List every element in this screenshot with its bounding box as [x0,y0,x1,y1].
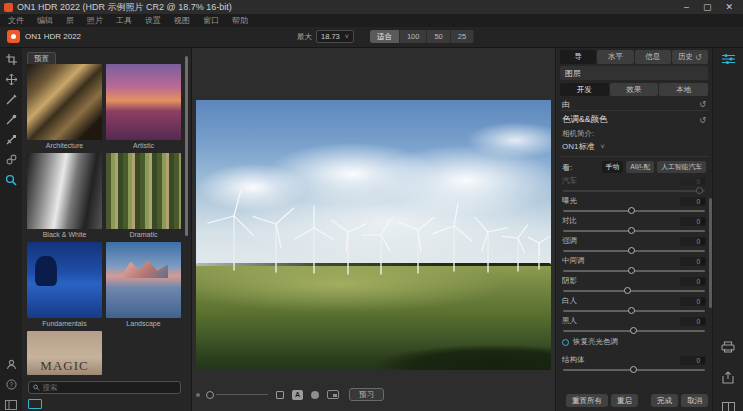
preset-category-dramatic[interactable]: Dramatic [106,153,181,240]
menu-photo[interactable]: 照片 [87,15,103,26]
slider-handle[interactable] [624,287,631,294]
preset-thumbnail[interactable] [27,64,102,140]
preset-search-box[interactable] [28,381,181,394]
panel-tabs: 导 水平 信息 历史↺ [560,50,708,64]
face-tool-icon[interactable] [5,358,18,371]
slider-handle[interactable] [628,207,635,214]
fit-button[interactable]: 适合 [370,30,400,43]
preset-thumbnail[interactable] [106,242,181,318]
tab-develop[interactable]: 开发 [560,83,609,96]
cancel-button[interactable]: 取消 [681,394,708,407]
chevron-down-icon: ˅ [600,143,604,150]
menu-settings[interactable]: 设置 [145,15,161,26]
menu-layer[interactable]: 层 [66,15,74,26]
brush-tool-icon[interactable] [5,93,18,106]
adjustments-icon[interactable] [720,52,736,66]
preset-category-architecture[interactable]: Architecture [27,64,102,151]
preset-thumbnail[interactable] [106,64,181,140]
zoom-slider-track[interactable] [216,394,268,395]
chevron-down-icon: ˅ [345,33,349,40]
tone-manual-button[interactable]: 手动 [602,161,624,173]
tab-navigator[interactable]: 导 [560,50,596,64]
move-tool-icon[interactable] [5,73,18,86]
slider-shadows: 阴影0 [560,275,708,295]
view-zoom-tool-icon[interactable] [5,173,18,186]
close-button[interactable]: ✕ [725,2,733,12]
side-by-side-icon[interactable] [720,400,736,411]
menu-edit[interactable]: 编辑 [37,15,53,26]
tone-ai-auto-button[interactable]: 人工智能汽车 [657,161,706,173]
tone-ai-match-button[interactable]: AI匹配 [626,161,654,173]
slider-handle[interactable] [630,366,637,373]
tab-local[interactable]: 本地 [659,83,708,96]
zoom-out-dot-icon[interactable] [196,393,200,397]
tool-strip: ? [0,48,22,411]
masking-brush-tool-icon[interactable] [5,113,18,126]
refine-tool-icon[interactable] [5,153,18,166]
layers-header[interactable]: 图层 [560,66,708,80]
tab-levels[interactable]: 水平 [597,50,633,64]
preset-category-black-white[interactable]: Black & White [27,153,102,240]
camera-profile-dropdown[interactable]: ON1标准 ˅ [560,139,708,157]
filter-header-row[interactable]: 由 ↺ [560,99,708,111]
module-tabs: 开发 效果 本地 [560,83,708,96]
preset-thumbnail[interactable] [27,242,102,318]
slider-contrast: 对比0 [560,215,708,235]
zoom-50-button[interactable]: 50 [427,30,450,43]
zoom-100-button[interactable]: 100 [400,30,428,43]
menu-bar: 文件 编辑 层 照片 工具 设置 视图 窗口 帮助 [0,14,743,27]
search-input[interactable] [43,383,176,392]
preset-thumbnail[interactable] [106,153,181,229]
slider-exposure: 曝光0 [560,195,708,215]
reset-all-button[interactable]: 重置所有 [566,394,608,407]
zoom-25-button[interactable]: 25 [451,30,474,43]
zoom-slider-handle[interactable] [206,391,214,399]
preset-category-landscape[interactable]: Landscape [106,242,181,329]
mask-view-icon[interactable] [309,389,321,400]
zoom-value-dropdown[interactable]: 18.73 ˅ [316,30,354,43]
wind-turbines [196,100,551,370]
menu-view[interactable]: 视图 [174,15,190,26]
right-panel: 导 水平 信息 历史↺ 图层 开发 效果 本地 由 ↺ 色调&&颜色 ↺ 相机简… [555,48,712,411]
preview-button[interactable]: 预习 [349,388,384,401]
photo-wind-turbines[interactable] [196,100,551,370]
menu-help[interactable]: 帮助 [232,15,248,26]
menu-window[interactable]: 窗口 [203,15,219,26]
highlight-recovery-toggle[interactable]: 恢复亮光色调 [560,335,708,349]
reset-pane-icon[interactable]: ↺ [699,100,706,109]
reset-tone-color-icon[interactable]: ↺ [699,116,706,125]
slider-handle[interactable] [628,267,635,274]
preset-category-artistic[interactable]: Artistic [106,64,181,151]
auto-view-icon[interactable]: A [292,390,303,400]
maximize-button[interactable]: ▢ [703,2,712,12]
help-icon[interactable]: ? [5,378,18,391]
slider-handle[interactable] [630,327,637,334]
crop-tool-icon[interactable] [5,53,18,66]
preset-thumbnail[interactable] [27,153,102,229]
browse-shortcut-icon[interactable] [28,399,42,409]
done-button[interactable]: 完成 [651,394,678,407]
minimize-button[interactable]: – [684,2,689,12]
preset-thumbnail[interactable]: MAGIC [27,331,102,375]
panel-toggle-icon[interactable] [5,398,18,411]
slider-handle[interactable] [628,247,635,254]
menu-tools[interactable]: 工具 [116,15,132,26]
fullscreen-preview-icon[interactable] [327,389,339,400]
print-icon[interactable] [720,340,736,354]
preset-category-fundamentals[interactable]: Fundamentals [27,242,102,329]
compare-view-icon[interactable] [274,389,286,400]
svg-text:?: ? [9,381,13,388]
tab-effects[interactable]: 效果 [610,83,659,96]
gradient-mask-tool-icon[interactable] [5,133,18,146]
slider-handle[interactable] [628,227,635,234]
slider-handle[interactable] [696,187,703,194]
preset-category-magic[interactable]: MAGIC [27,331,102,375]
tab-info[interactable]: 信息 [635,50,671,64]
menu-file[interactable]: 文件 [8,15,24,26]
tone-color-pane-header[interactable]: 色调&&颜色 ↺ [560,113,708,127]
tab-history[interactable]: 历史↺ [672,50,708,64]
export-icon[interactable] [720,370,736,384]
presets-scrollbar[interactable] [185,56,188,236]
reset-button[interactable]: 重启 [611,394,638,407]
slider-handle[interactable] [628,307,635,314]
